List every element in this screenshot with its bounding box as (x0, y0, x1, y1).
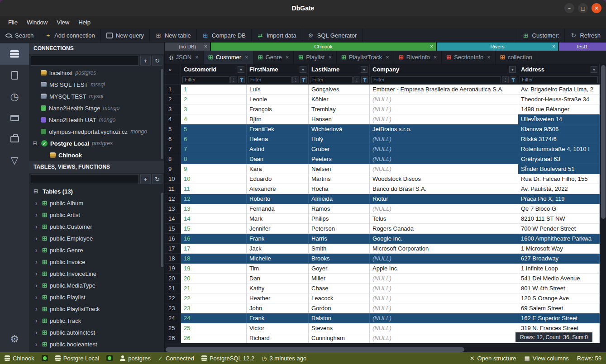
menu-help[interactable]: Help (74, 17, 95, 28)
chevron-right-icon[interactable]: › (35, 235, 40, 242)
cell-lastname[interactable]: Nielsen (309, 164, 370, 174)
cell-address[interactable]: Theodor-Heuss-Straße 34 (518, 95, 600, 104)
chevron-right-icon[interactable]: › (35, 223, 40, 230)
import-data-button[interactable]: ⇄Import data (252, 28, 302, 42)
cell-lastname[interactable]: Wichterlová (309, 124, 370, 134)
table-item-public-album[interactable]: ›⊞public.Album (29, 197, 164, 209)
table-item-public-genre[interactable]: ›⊞public.Genre (29, 244, 164, 256)
chevron-right-icon[interactable]: › (35, 293, 40, 301)
sidebar-item-archive[interactable] (0, 107, 29, 128)
row-number[interactable]: 5 (165, 124, 181, 134)
cell-company[interactable]: (NULL) (370, 114, 518, 124)
connections-scrollbar[interactable] (161, 69, 163, 159)
cell-company[interactable]: (NULL) (370, 313, 518, 323)
cell-address[interactable]: 69 Salem Street (518, 303, 600, 313)
column-menu-icon[interactable]: ▾ (361, 66, 367, 73)
row-number[interactable]: 9 (165, 164, 181, 174)
table-item-public-track[interactable]: ›⊞public.Track (29, 315, 164, 326)
close-icon[interactable]: × (487, 54, 491, 61)
row-number[interactable]: 23 (165, 303, 181, 313)
tab-riverinfo[interactable]: ⊞RiverInfo× (394, 51, 442, 64)
cell-customerid[interactable]: 3 (181, 104, 247, 114)
cell-address[interactable]: Av. Brigadeiro Faria Lima, 2 (518, 85, 600, 95)
row-number[interactable]: 16 (165, 234, 181, 244)
cell-firstname[interactable]: Fernanda (247, 204, 309, 214)
cell-company[interactable]: Apple Inc. (370, 264, 518, 274)
row-number[interactable]: 18 (165, 254, 181, 264)
collapse-icon[interactable]: ⊟ (33, 140, 38, 147)
filter-input-address[interactable] (520, 76, 598, 83)
cell-customerid[interactable]: 14 (181, 214, 247, 224)
filter-menu-icon[interactable]: ⋮ (230, 76, 237, 83)
cell-firstname[interactable]: John (247, 303, 309, 313)
cell-customerid[interactable]: 2 (181, 95, 247, 104)
sidebar-item-history[interactable]: ◷ (0, 86, 29, 107)
cell-company[interactable]: Embraer - Empresa Brasileira de Aeronáut… (370, 85, 518, 95)
cell-lastname[interactable]: Brooks (309, 254, 370, 264)
cell-address[interactable]: 319 N. Frances Street (518, 323, 600, 333)
cell-firstname[interactable]: Helena (247, 134, 309, 144)
cell-company[interactable]: Banco do Brasil S.A. (370, 184, 518, 194)
cell-address[interactable]: 1 Microsoft Way (518, 244, 600, 254)
row-number[interactable]: 13 (165, 204, 181, 214)
sidebar-item-query-designer[interactable]: ▽ (0, 150, 29, 171)
close-icon[interactable]: × (552, 43, 555, 50)
table-item-public-employee[interactable]: ›⊞public.Employee (29, 232, 164, 244)
cell-lastname[interactable]: Peeters (309, 154, 370, 164)
filter-menu-icon[interactable]: ⋮ (353, 76, 360, 83)
cell-customerid[interactable]: 24 (181, 313, 247, 323)
cell-customerid[interactable]: 8 (181, 154, 247, 164)
table-item-public-artist[interactable]: ›⊞public.Artist (29, 209, 164, 221)
cell-firstname[interactable]: Jennifer (247, 224, 309, 234)
chevron-right-icon[interactable]: › (35, 246, 40, 254)
connection-item-chinook[interactable]: Chinook (29, 149, 164, 161)
cell-lastname[interactable]: Rocha (309, 184, 370, 194)
cell-customerid[interactable]: 11 (181, 184, 247, 194)
row-number[interactable]: 24 (165, 313, 181, 323)
cell-company[interactable]: (NULL) (370, 274, 518, 284)
cell-lastname[interactable]: Köhler (309, 95, 370, 104)
row-number[interactable]: 7 (165, 144, 181, 154)
column-header-firstname[interactable]: FirstName▾ (247, 64, 309, 75)
cell-company[interactable]: Riotur (370, 194, 518, 204)
row-number[interactable]: 20 (165, 274, 181, 284)
cell-address[interactable]: Rotenturmstraße 4, 1010 I (518, 144, 600, 154)
cell-firstname[interactable]: Daan (247, 154, 309, 164)
cell-address[interactable]: Rilská 3174/6 (518, 134, 600, 144)
cell-company[interactable]: Google Inc. (370, 234, 518, 244)
chevron-right-icon[interactable]: › (35, 211, 40, 218)
minimize-button[interactable]: − (564, 3, 574, 13)
cell-customerid[interactable]: 9 (181, 164, 247, 174)
cell-company[interactable]: (NULL) (370, 284, 518, 293)
sidebar-item-connections[interactable] (0, 43, 29, 65)
column-menu-icon[interactable]: ▾ (509, 66, 516, 73)
connections-search-input[interactable] (31, 56, 139, 66)
cell-lastname[interactable]: Hansen (309, 114, 370, 124)
search-button[interactable]: Search (0, 28, 39, 42)
cell-lastname[interactable]: Ralston (309, 313, 370, 323)
column-menu-icon[interactable]: ▾ (300, 66, 306, 73)
cell-firstname[interactable]: Kara (247, 164, 309, 174)
cell-lastname[interactable]: Holý (309, 134, 370, 144)
row-number[interactable]: 3 (165, 104, 181, 114)
cell-firstname[interactable]: Luís (247, 85, 309, 95)
filter-input-customerid[interactable] (182, 76, 229, 83)
cell-lastname[interactable]: Gordon (309, 303, 370, 313)
cell-customerid[interactable]: 25 (181, 323, 247, 333)
cell-firstname[interactable]: Kathy (247, 284, 309, 293)
cell-customerid[interactable]: 19 (181, 264, 247, 274)
cell-firstname[interactable]: Jack (247, 244, 309, 254)
tab-customer[interactable]: ⊞Customer× (204, 51, 253, 64)
cell-address[interactable]: 801 W 4th Street (518, 284, 600, 293)
sidebar-item-files[interactable] (0, 65, 29, 86)
cell-lastname[interactable]: Cunningham (309, 333, 370, 343)
cell-customerid[interactable]: 4 (181, 114, 247, 124)
cell-lastname[interactable]: Goyer (309, 264, 370, 274)
tab-playlist[interactable]: ⊞Playlist× (294, 51, 337, 64)
cell-firstname[interactable]: Tim (247, 264, 309, 274)
cell-address[interactable]: 627 Broadway (518, 254, 600, 264)
close-icon[interactable]: × (204, 43, 207, 50)
table-item-public-customer[interactable]: ›⊞public.Customer (29, 221, 164, 232)
row-number[interactable]: 1 (165, 85, 181, 95)
cell-lastname[interactable]: Miller (309, 274, 370, 284)
